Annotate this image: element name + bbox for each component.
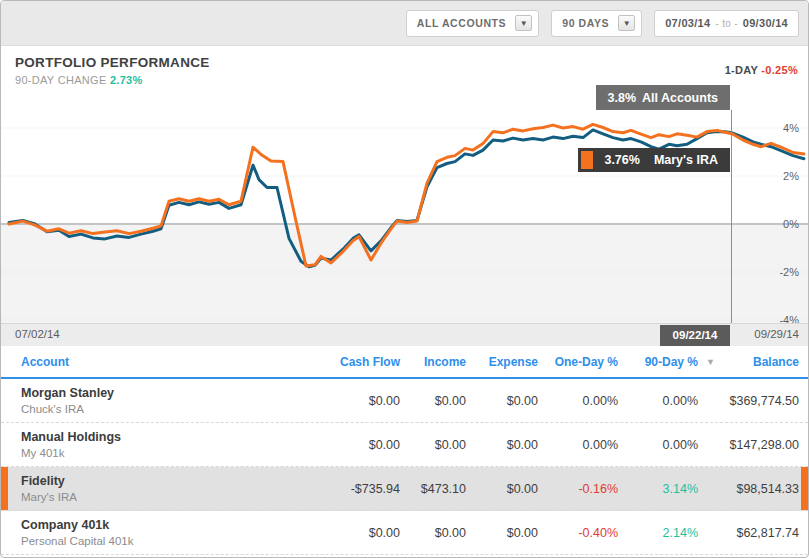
one-day-value: -0.40% bbox=[538, 526, 618, 540]
marys-ira-series-swatch-icon bbox=[581, 151, 593, 169]
top-filter-bar: ALL ACCOUNTS ▼ 90 DAYS ▼ 07/03/14 - to -… bbox=[1, 1, 808, 46]
chart-title: PORTFOLIO PERFORMANCE bbox=[15, 55, 210, 70]
ninety-day-value: 0.00% bbox=[618, 394, 698, 408]
account-subname: Mary's IRA bbox=[21, 491, 304, 503]
tooltip-all-accounts-label: All Accounts bbox=[642, 91, 718, 105]
header-ninety-day[interactable]: 90-Day % bbox=[618, 355, 698, 369]
tooltip-all-accounts: 3.8% All Accounts bbox=[596, 85, 730, 110]
account-name: Company 401k bbox=[21, 518, 304, 532]
y-axis-tick: -2% bbox=[759, 265, 799, 279]
header-cash-flow[interactable]: Cash Flow bbox=[304, 355, 400, 369]
ninety-day-value: 0.00% bbox=[618, 438, 698, 452]
chevron-down-icon[interactable]: ▼ bbox=[618, 15, 635, 31]
sort-chevron-down-icon[interactable]: ▼ bbox=[706, 357, 715, 367]
portfolio-dashboard-window: ALL ACCOUNTS ▼ 90 DAYS ▼ 07/03/14 - to -… bbox=[0, 0, 809, 558]
income-value: $0.00 bbox=[400, 526, 466, 540]
end-date[interactable]: 09/30/14 bbox=[743, 17, 788, 29]
tooltip-marys-ira-label: Mary's IRA bbox=[654, 153, 718, 167]
y-axis-tick: 4% bbox=[759, 121, 799, 135]
header-expense[interactable]: Expense bbox=[466, 355, 538, 369]
income-value: $0.00 bbox=[400, 394, 466, 408]
performance-chart[interactable]: PORTFOLIO PERFORMANCE 90-DAY CHANGE 2.73… bbox=[1, 46, 808, 346]
income-value: $473.10 bbox=[400, 482, 466, 496]
account-name: Manual Holdings bbox=[21, 430, 304, 444]
cash-flow-value: $0.00 bbox=[304, 526, 400, 540]
account-name: Morgan Stanley bbox=[21, 386, 304, 400]
x-axis-strip: 07/02/14 09/29/14 09/22/14 bbox=[1, 323, 808, 346]
header-account[interactable]: Account bbox=[1, 355, 304, 369]
balance-value: $62,817.74 bbox=[698, 526, 808, 540]
tooltip-marys-ira-value: 3.76% bbox=[604, 153, 639, 167]
date-separator: - to - bbox=[715, 18, 737, 29]
expense-value: $0.00 bbox=[466, 438, 538, 452]
x-axis-last-date: 09/29/14 bbox=[754, 328, 799, 340]
y-axis-tick: 0% bbox=[759, 217, 799, 231]
crosshair-line bbox=[731, 110, 732, 331]
one-day-value: 0.00% bbox=[538, 438, 618, 452]
date-range-label: 90 DAYS bbox=[562, 17, 609, 29]
chevron-down-icon[interactable]: ▼ bbox=[515, 15, 532, 31]
account-subname: My 401k bbox=[21, 447, 304, 459]
chart-header: PORTFOLIO PERFORMANCE 90-DAY CHANGE 2.73… bbox=[15, 55, 210, 86]
header-balance[interactable]: ▼ Balance bbox=[698, 355, 808, 369]
crosshair-date-badge: 09/22/14 bbox=[660, 325, 730, 346]
cash-flow-value: $0.00 bbox=[304, 394, 400, 408]
table-row-company-401k[interactable]: Company 401k Personal Capital 401k $0.00… bbox=[1, 511, 808, 555]
account-name: Fidelity bbox=[21, 474, 304, 488]
expense-value: $0.00 bbox=[466, 526, 538, 540]
balance-value: $147,298.00 bbox=[698, 438, 808, 452]
cash-flow-value: $0.00 bbox=[304, 438, 400, 452]
ninety-day-value: 3.14% bbox=[618, 482, 698, 496]
header-income[interactable]: Income bbox=[400, 355, 466, 369]
accounts-filter-label: ALL ACCOUNTS bbox=[417, 17, 506, 29]
accounts-filter-dropdown[interactable]: ALL ACCOUNTS ▼ bbox=[406, 10, 539, 37]
one-day-value: -0.16% bbox=[538, 482, 618, 496]
balance-value: $369,774.50 bbox=[698, 394, 808, 408]
ninety-day-change-label: 90-DAY CHANGE bbox=[15, 74, 107, 86]
tooltip-all-accounts-value: 3.8% bbox=[608, 91, 637, 105]
one-day-change: 1-DAY -0.25% bbox=[725, 64, 798, 76]
accounts-table-header: Account Cash Flow Income Expense One-Day… bbox=[1, 346, 808, 379]
performance-chart-svg[interactable] bbox=[1, 89, 809, 323]
start-date[interactable]: 07/03/14 bbox=[665, 17, 710, 29]
accounts-table: Account Cash Flow Income Expense One-Day… bbox=[1, 346, 808, 555]
expense-value: $0.00 bbox=[466, 394, 538, 408]
ninety-day-change-value: 2.73% bbox=[110, 74, 143, 86]
date-range-picker[interactable]: 07/03/14 - to - 09/30/14 bbox=[654, 10, 799, 37]
expense-value: $0.00 bbox=[466, 482, 538, 496]
date-range-dropdown[interactable]: 90 DAYS ▼ bbox=[551, 10, 642, 37]
table-row-fidelity-selected[interactable]: Fidelity Mary's IRA -$735.94 $473.10 $0.… bbox=[1, 467, 808, 511]
tooltip-marys-ira: 3.76% Mary's IRA bbox=[578, 148, 730, 172]
chart-subtitle: 90-DAY CHANGE 2.73% bbox=[15, 74, 210, 86]
x-axis-first-date: 07/02/14 bbox=[15, 328, 60, 340]
y-axis-tick: 2% bbox=[759, 169, 799, 183]
cash-flow-value: -$735.94 bbox=[304, 482, 400, 496]
account-subname: Chuck's IRA bbox=[21, 403, 304, 415]
account-subname: Personal Capital 401k bbox=[21, 535, 304, 547]
balance-value: $98,514.33 bbox=[698, 482, 808, 496]
table-row-morgan-stanley[interactable]: Morgan Stanley Chuck's IRA $0.00 $0.00 $… bbox=[1, 379, 808, 423]
ninety-day-value: 2.14% bbox=[618, 526, 698, 540]
table-row-manual-holdings[interactable]: Manual Holdings My 401k $0.00 $0.00 $0.0… bbox=[1, 423, 808, 467]
one-day-value: 0.00% bbox=[538, 394, 618, 408]
one-day-label: 1-DAY bbox=[725, 64, 758, 76]
one-day-value: -0.25% bbox=[761, 64, 798, 76]
income-value: $0.00 bbox=[400, 438, 466, 452]
header-one-day[interactable]: One-Day % bbox=[538, 355, 618, 369]
